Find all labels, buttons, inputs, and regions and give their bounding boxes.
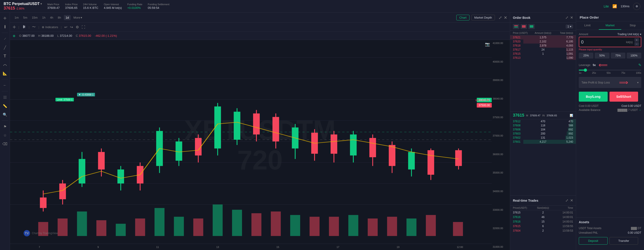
chart-toolbar: ✛ | | 〜 | ⊕ Indicators | ↩ ↪ ⚙ ⛶ (10, 23, 510, 32)
svg-rect-70 (116, 224, 126, 236)
expand-order-book-icon[interactable]: ⤢ (565, 15, 568, 20)
star-tool[interactable]: ☆ (1, 131, 9, 139)
flag-tool[interactable]: ⚑ (1, 123, 9, 130)
tool-divider-2 (2, 79, 8, 79)
transfer-button[interactable]: Transfer (610, 237, 638, 245)
svg-rect-57 (369, 138, 376, 157)
crosshair-tool[interactable]: ✛ (1, 14, 9, 22)
svg-rect-0 (4, 25, 6, 28)
market-depth-button[interactable]: Market Depth (471, 15, 495, 20)
rt-trades-header: Real-time Trades ⤢ ✕ (510, 196, 576, 206)
ob-mid-price: 37615 M 37609.47 IN 37606.65 📊 (510, 111, 576, 119)
pct-50[interactable]: 50% (595, 53, 609, 59)
close-chart-icon[interactable]: ✕ (504, 15, 507, 20)
close-rt-icon[interactable]: ✕ (570, 198, 573, 203)
chart-main[interactable]: XBTUSDTM 720 📷 (10, 40, 510, 250)
ob-mid-chart-icon[interactable]: 📊 (570, 114, 573, 117)
ray-tool[interactable]: ╱ (1, 44, 9, 51)
tf-1d[interactable]: 1d (64, 15, 71, 20)
settings-gear-icon[interactable]: ⚙ (76, 25, 79, 29)
ohlc-change: -462.00 (-1.21%) (95, 34, 117, 37)
add-indicator-icon[interactable]: ⊕ (13, 34, 16, 38)
amount-input[interactable] (581, 39, 626, 45)
chart-type-button[interactable]: Chart (456, 15, 470, 20)
settings-button[interactable]: ⚙ (633, 3, 640, 10)
wave-icon[interactable]: 〜 (32, 25, 36, 29)
tab-market[interactable]: Market (599, 21, 622, 30)
table-row[interactable]: 37621 1,575 7,770 (510, 35, 576, 39)
tf-4h[interactable]: 4h (48, 15, 55, 20)
amount-increment[interactable]: + (634, 38, 639, 42)
stat-index-price: Index Price 37606.65 (65, 3, 78, 9)
table-row[interactable]: 37601 4,217 5,240 (510, 140, 576, 144)
table-row[interactable]: 37612 470 470 (510, 119, 576, 124)
candle-style-icon[interactable] (22, 25, 26, 30)
order-type-tabs: Limit Market Stop (576, 21, 644, 30)
tf-1m[interactable]: 1m (13, 15, 20, 20)
stat-funding-rate: Funding Rate +0.0100% (127, 3, 142, 9)
leverage-slider[interactable]: 1x 25x 50x 75x 100x (579, 70, 641, 74)
ob-view-both[interactable] (513, 24, 519, 29)
tp-sl-row[interactable]: Take Profit & Stop Loss ⟹ ▾ (579, 77, 641, 88)
ruler-tool[interactable]: 📏 (1, 102, 9, 110)
zoom-tool[interactable]: 🔍 (1, 111, 9, 118)
order-label-limit: Limit: 37500 1 (56, 98, 74, 101)
amount-input-box[interactable]: lot(s) + − (579, 37, 641, 47)
pct-100[interactable]: 100% (627, 53, 641, 59)
table-row[interactable]: 37613 1,090 (510, 56, 576, 60)
table-row[interactable]: 37620 2,102 6,195 (510, 39, 576, 44)
fullscreen-icon[interactable]: ⛶ (82, 25, 85, 29)
close-order-book-icon[interactable]: ✕ (570, 15, 573, 20)
eraser-tool[interactable]: ⌫ (1, 140, 9, 147)
table-row[interactable]: 37615 1 1,091 (510, 52, 576, 56)
ob-view-asks[interactable] (520, 24, 527, 29)
tf-1h[interactable]: 1h (40, 15, 47, 20)
indicators-button[interactable]: ⊕ Indicators (42, 25, 58, 29)
redo-icon[interactable]: ↪ (70, 25, 73, 29)
table-row[interactable]: 37602 131 1,023 (510, 136, 576, 140)
pct-75[interactable]: 75% (611, 53, 625, 59)
arrow-tool[interactable]: ← (1, 82, 9, 89)
measure-tool[interactable]: 📐 (1, 70, 9, 77)
fib-tool[interactable] (1, 94, 9, 101)
trading-unit-selector[interactable]: Trading Unit lot(s) ▾ (618, 33, 641, 36)
buy-long-button[interactable]: Buy/Long (579, 92, 608, 102)
crosshair-toolbar-icon[interactable]: ✛ (13, 25, 16, 29)
leverage-edit-icon[interactable]: ✎ (638, 63, 641, 67)
table-row[interactable]: 37606 104 692 (510, 127, 576, 131)
table-row[interactable]: 37608 118 588 (510, 124, 576, 127)
symbol-dropdown-icon[interactable]: ▾ (40, 2, 42, 5)
table-row[interactable]: 37617 24 1,115 (510, 48, 576, 52)
pct-25[interactable]: 25% (579, 53, 593, 59)
undo-icon[interactable]: ↩ (64, 25, 67, 29)
tf-5m[interactable]: 5m (21, 15, 29, 20)
tf-more[interactable]: More ▾ (72, 15, 84, 20)
text-tool[interactable]: T (1, 52, 9, 60)
svg-rect-75 (213, 204, 223, 236)
ob-view-bids[interactable] (528, 24, 535, 29)
stat-open-interest: Open Interest 4.945 M lot(s) (104, 3, 122, 9)
sell-short-button[interactable]: Sell/Short (610, 92, 638, 102)
tf-15m[interactable]: 15m (30, 15, 39, 20)
tab-limit[interactable]: Limit (576, 21, 599, 30)
avail-balance-link-icon[interactable]: → (638, 109, 641, 112)
tf-8h[interactable]: 8h (56, 15, 63, 20)
lite-button[interactable]: Lite (604, 4, 609, 8)
curve-tool[interactable] (1, 61, 9, 68)
ob-lotsize-selector[interactable]: 1 ▾ (566, 24, 573, 29)
symbol-block: BTC Perpetual/USDT ▾ 37615 -2.86% (4, 2, 42, 11)
tab-stop[interactable]: Stop (621, 21, 644, 30)
svg-rect-45 (253, 114, 260, 134)
deposit-button[interactable]: Deposit (579, 237, 608, 245)
table-row[interactable]: 37618 2,978 4,093 (510, 44, 576, 48)
expand-rt-icon[interactable]: ⤢ (565, 198, 568, 203)
line-tool[interactable]: ⟋ (1, 35, 9, 42)
available-balance-row: Available Balance ▓▓▓▓▓ 7 USDT → (579, 109, 641, 112)
expand-icon[interactable]: ⤢ (498, 15, 502, 20)
ohlc-high: H 38188.00 (38, 34, 54, 37)
symbol-name[interactable]: BTC Perpetual/USDT ▾ (4, 2, 42, 6)
amount-decrement[interactable]: − (634, 42, 639, 46)
table-row[interactable]: 37603 200 892 (510, 131, 576, 136)
stat-funding-settlement: Funding Settlement 05:59:54 (148, 3, 169, 9)
candle-tool[interactable] (1, 23, 9, 30)
